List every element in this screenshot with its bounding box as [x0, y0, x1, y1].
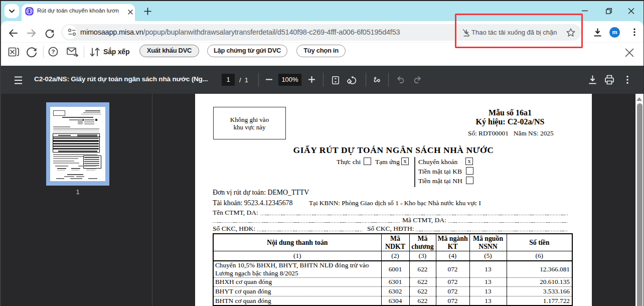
svg-text:?: ? — [51, 49, 55, 55]
